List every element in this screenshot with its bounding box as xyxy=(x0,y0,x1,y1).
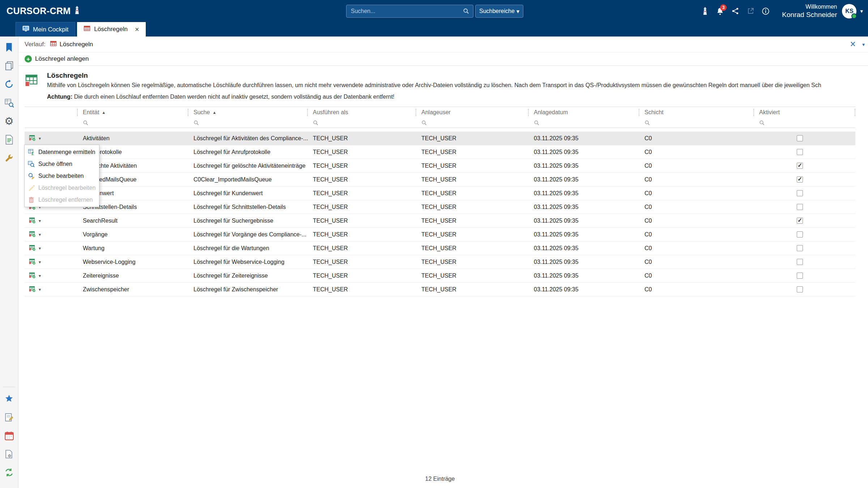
aktiviert-checkbox[interactable] xyxy=(797,273,803,279)
delete-rule-row-icon[interactable] xyxy=(29,258,35,266)
cell-anlagedatum: 03.11.2025 09:35 xyxy=(529,241,639,255)
info-icon[interactable] xyxy=(758,4,773,18)
table-row[interactable]: ▾ ImportedMailsQueue C0Clear_ImportedMai… xyxy=(25,173,855,187)
documents-icon[interactable] xyxy=(3,59,16,72)
filter-magnifier-icon[interactable] xyxy=(193,120,199,126)
row-menu-caret-icon[interactable]: ▾ xyxy=(39,260,41,265)
table-row[interactable]: ▾ Schnittstellen-Details Löschregel für … xyxy=(25,200,855,214)
filter-magnifier-icon[interactable] xyxy=(644,120,650,126)
row-menu-caret-icon[interactable]: ▾ xyxy=(39,232,41,237)
column-filter-0[interactable] xyxy=(78,118,188,128)
notes-pencil-icon[interactable] xyxy=(3,411,16,424)
search-scope-select[interactable]: Suchbereiche ▾ xyxy=(475,5,523,18)
delete-rule-row-icon[interactable] xyxy=(29,244,35,252)
aktiviert-checkbox[interactable] xyxy=(797,218,803,224)
table-row[interactable]: ▾ SearchResult Löschregel für Suchergebn… xyxy=(25,214,855,228)
aktiviert-checkbox[interactable] xyxy=(797,286,803,292)
aktiviert-checkbox[interactable] xyxy=(797,245,803,251)
delete-rule-row-icon[interactable] xyxy=(29,286,35,294)
column-header-4[interactable]: Anlagedatum xyxy=(529,107,639,118)
history-icon[interactable] xyxy=(3,78,16,91)
share-icon[interactable] xyxy=(728,4,743,18)
table-row[interactable]: ▾ Webservice-Logging Löschregel für Webs… xyxy=(25,255,855,269)
table-row[interactable]: ▾ Vorgänge Löschregel für Vorgänge des C… xyxy=(25,228,855,241)
aktiviert-checkbox[interactable] xyxy=(797,259,803,265)
panel-chevron-icon[interactable]: ▾ xyxy=(862,42,865,47)
column-filter-1[interactable] xyxy=(188,118,308,128)
search-icon[interactable] xyxy=(463,8,469,14)
aktiviert-checkbox[interactable] xyxy=(797,190,803,196)
filter-magnifier-icon[interactable] xyxy=(759,120,765,126)
filter-magnifier-icon[interactable] xyxy=(83,120,89,126)
favorites-star-icon[interactable] xyxy=(3,392,16,405)
aktiviert-checkbox[interactable] xyxy=(797,204,803,210)
sort-asc-icon: ▲ xyxy=(212,110,216,115)
delete-rule-row-icon[interactable] xyxy=(29,231,35,239)
sync-arrows-icon[interactable] xyxy=(3,466,16,479)
report-document-icon[interactable] xyxy=(3,133,16,146)
table-row[interactable]: ▾ Wartung Löschregel für die Wartungen T… xyxy=(25,241,855,255)
aktiviert-checkbox[interactable] xyxy=(797,149,803,155)
aktiviert-checkbox[interactable] xyxy=(797,231,803,237)
user-avatar[interactable]: KS xyxy=(842,4,856,18)
calendar-icon[interactable] xyxy=(3,429,16,442)
context-menu-item-suche-bearbeiten[interactable]: Suche bearbeiten xyxy=(25,170,99,182)
column-resize-handle[interactable] xyxy=(855,109,855,116)
column-header-2[interactable]: Ausführen als xyxy=(308,107,416,118)
row-menu-caret-icon[interactable]: ▾ xyxy=(39,273,41,278)
delete-rule-row-icon[interactable] xyxy=(29,217,35,225)
user-menu-chevron-icon[interactable]: ▾ xyxy=(860,8,863,14)
column-filter-3[interactable] xyxy=(416,118,529,128)
tab-loeschregeln[interactable]: Löschregeln × xyxy=(77,22,145,37)
aktiviert-checkbox[interactable] xyxy=(797,176,803,183)
tab-close-icon[interactable]: × xyxy=(135,26,139,33)
filter-magnifier-icon[interactable] xyxy=(421,120,427,126)
table-row[interactable]: ▾ Kundenwert Löschregel für Kundenwert T… xyxy=(25,187,855,200)
context-menu-item-suche-öffnen[interactable]: Suche öffnen xyxy=(25,158,99,170)
add-plus-icon[interactable]: + xyxy=(25,55,32,63)
column-header-0[interactable]: Entität▲ xyxy=(78,107,188,118)
create-delete-rule-button[interactable]: Löschregel anlegen xyxy=(35,55,89,63)
warning-label: Achtung: xyxy=(47,94,72,100)
welcome-line2: Konrad Schneider xyxy=(782,10,837,19)
bookmark-icon[interactable] xyxy=(3,41,16,54)
row-menu-caret-icon[interactable]: ▾ xyxy=(39,218,41,223)
panel-close-icon[interactable]: × xyxy=(850,38,856,50)
column-filter-6[interactable] xyxy=(754,118,855,128)
aktiviert-checkbox[interactable] xyxy=(797,163,803,169)
table-row[interactable]: ▾ Aktivitäten Löschregel für Aktivitäten… xyxy=(25,132,855,145)
row-menu-caret-icon[interactable]: ▾ xyxy=(39,246,41,251)
settings-gear-icon[interactable]: ⚙ xyxy=(3,115,16,128)
delete-rule-row-icon[interactable] xyxy=(29,272,35,280)
table-row[interactable]: ▾ Gelöschte Aktivitäten Löschregel für g… xyxy=(25,159,855,173)
filter-magnifier-icon[interactable] xyxy=(313,120,319,126)
document-settings-icon[interactable]: ⚙ xyxy=(3,448,16,461)
search-input[interactable] xyxy=(346,8,463,14)
table-search-icon[interactable] xyxy=(3,96,16,109)
table-row[interactable]: ▾ Anrufprotokolle Löschregel für Anrufpr… xyxy=(25,145,855,159)
tools-wrench-icon[interactable] xyxy=(3,151,16,164)
column-header-1[interactable]: Suche▲ xyxy=(188,107,308,118)
lighthouse-icon[interactable] xyxy=(697,4,712,18)
cell-schicht: C0 xyxy=(639,214,754,227)
row-menu-caret-icon[interactable]: ▾ xyxy=(39,136,41,141)
column-filter-5[interactable] xyxy=(639,118,754,128)
column-header-3[interactable]: Anlageuser xyxy=(416,107,529,118)
context-menu-item-datenmenge-ermitteln[interactable]: Σ Datenmenge ermitteln xyxy=(25,146,99,158)
table-row[interactable]: ▾ Zwischenspeicher Löschregel für Zwisch… xyxy=(25,283,855,296)
cell-aktiviert xyxy=(754,286,855,292)
column-header-6[interactable]: Aktiviert xyxy=(754,107,855,118)
column-filter-4[interactable] xyxy=(529,118,639,128)
search-scope-label: Suchbereiche xyxy=(479,8,515,14)
notifications-bell-icon[interactable]: 3 xyxy=(712,4,728,18)
history-item-loeschregeln[interactable]: Löschregeln xyxy=(50,40,93,49)
filter-magnifier-icon[interactable] xyxy=(534,120,540,126)
table-row[interactable]: ▾ Zeitereignisse Löschregel für Zeiterei… xyxy=(25,269,855,283)
aktiviert-checkbox[interactable] xyxy=(797,135,803,141)
row-menu-caret-icon[interactable]: ▾ xyxy=(39,287,41,292)
column-filter-2[interactable] xyxy=(308,118,416,128)
column-header-5[interactable]: Schicht xyxy=(639,107,754,118)
export-icon[interactable] xyxy=(743,4,758,18)
tab-mein-cockpit[interactable]: Mein Cockpit xyxy=(16,22,75,37)
delete-rule-row-icon[interactable] xyxy=(29,134,35,142)
